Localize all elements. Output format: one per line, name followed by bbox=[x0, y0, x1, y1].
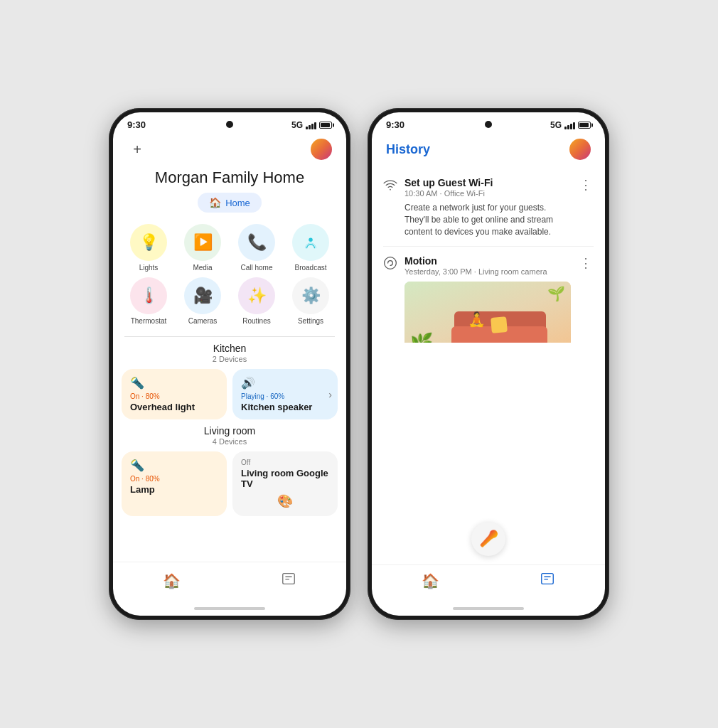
history-nav-svg-2 bbox=[540, 571, 555, 587]
wifi-content: Set up Guest Wi-Fi 10:30 AM · Office Wi-… bbox=[404, 177, 571, 237]
callhome-circle: 📞 bbox=[238, 224, 275, 261]
camera-thumbnail[interactable]: 🧘 🌿 🌱 00:10 bbox=[404, 282, 571, 342]
icon-broadcast[interactable]: Broadcast bbox=[286, 224, 335, 272]
routines-circle: ✨ bbox=[238, 277, 275, 314]
home-indicator-2 bbox=[372, 601, 605, 616]
motion-item-header: Motion Yesterday, 3:00 PM · Living room … bbox=[383, 255, 594, 342]
google-tv-card[interactable]: Off Living room Google TV 🎨 bbox=[232, 451, 338, 516]
camera-cutout-2 bbox=[485, 121, 492, 128]
living-room-title: Living room bbox=[113, 425, 346, 437]
battery-fill-2 bbox=[579, 123, 589, 127]
icon-grid: 💡 Lights ▶️ Media 📞 Call home bbox=[124, 224, 335, 325]
status-icons-2: 5G bbox=[550, 120, 591, 130]
nav-home-icon-1: 🏠 bbox=[163, 572, 181, 589]
avatar-2[interactable] bbox=[569, 139, 591, 160]
kitchen-speaker-card[interactable]: 🔊 Playing · 60% Kitchen speaker › bbox=[232, 369, 338, 419]
svg-point-0 bbox=[309, 238, 313, 242]
camera-cutout-1 bbox=[226, 121, 233, 128]
broadcast-svg bbox=[303, 235, 318, 250]
lamp-name: Lamp bbox=[130, 484, 218, 495]
icon-grid-section: 💡 Lights ▶️ Media 📞 Call home bbox=[113, 221, 346, 331]
wifi-svg bbox=[383, 178, 397, 192]
living-room-device-cards: 🔦 On · 80% Lamp Off Living room Google T… bbox=[113, 446, 346, 522]
person: 🧘 bbox=[468, 311, 486, 328]
screen-content-2: History bbox=[372, 133, 605, 616]
wifi-item-header: Set up Guest Wi-Fi 10:30 AM · Office Wi-… bbox=[383, 177, 594, 237]
overhead-light-card[interactable]: 🔦 On · 80% Overhead light bbox=[122, 369, 227, 419]
icon-media[interactable]: ▶️ Media bbox=[178, 224, 227, 272]
mic-icon: 🎤 bbox=[479, 530, 498, 548]
icon-routines[interactable]: ✨ Routines bbox=[232, 277, 281, 325]
thermostat-circle: 🌡️ bbox=[130, 277, 167, 314]
phone1-header: + bbox=[113, 133, 346, 166]
settings-label: Settings bbox=[298, 317, 323, 325]
bottom-nav-2: 🏠 bbox=[372, 564, 605, 601]
spacer-1 bbox=[113, 522, 346, 562]
mic-button[interactable]: 🎤 bbox=[471, 522, 505, 556]
nav-history-1[interactable] bbox=[269, 568, 308, 593]
wifi-description: Create a network just for your guests. T… bbox=[404, 202, 571, 237]
living-room-section: Living room 4 Devices 🔦 On · 80% Lamp Of… bbox=[113, 425, 346, 522]
nav-home-2[interactable]: 🏠 bbox=[410, 569, 451, 592]
nav-home-1[interactable]: 🏠 bbox=[151, 569, 192, 592]
wifi-icon bbox=[383, 178, 397, 196]
google-logo-icon: 🎨 bbox=[277, 493, 293, 509]
time-2: 9:30 bbox=[386, 119, 404, 130]
bar1 bbox=[306, 127, 308, 129]
home-chip-label: Home bbox=[225, 198, 250, 208]
cameras-circle: 🎥 bbox=[184, 277, 221, 314]
divider-1 bbox=[124, 336, 335, 337]
broadcast-label: Broadcast bbox=[294, 264, 326, 272]
battery-1 bbox=[319, 122, 332, 129]
icon-lights[interactable]: 💡 Lights bbox=[124, 224, 173, 272]
home-chip-icon: 🏠 bbox=[209, 197, 221, 208]
bar4 bbox=[314, 122, 316, 129]
svg-rect-1 bbox=[283, 574, 295, 584]
avatar-1[interactable] bbox=[311, 139, 332, 160]
battery-fill-1 bbox=[321, 123, 330, 127]
overhead-light-status: On · 80% bbox=[130, 392, 218, 400]
lights-label: Lights bbox=[139, 264, 159, 272]
motion-more-button[interactable]: ⋮ bbox=[578, 255, 594, 271]
plant-left: 🌿 bbox=[410, 332, 433, 342]
motion-icon bbox=[383, 256, 397, 274]
nav-history-icon-2 bbox=[540, 571, 555, 590]
wifi-more-button[interactable]: ⋮ bbox=[578, 177, 594, 193]
bar4-2 bbox=[573, 122, 575, 129]
thermostat-label: Thermostat bbox=[131, 317, 167, 325]
home-chip[interactable]: 🏠 Home bbox=[198, 193, 262, 213]
bar3 bbox=[311, 124, 314, 129]
settings-circle: ⚙️ bbox=[292, 277, 329, 314]
home-chip-container: 🏠 Home bbox=[113, 193, 346, 221]
icon-thermostat[interactable]: 🌡️ Thermostat bbox=[124, 277, 173, 325]
icon-cameras[interactable]: 🎥 Cameras bbox=[178, 277, 227, 325]
lamp-icon: 🔦 bbox=[130, 459, 218, 472]
mic-button-container: 🎤 bbox=[372, 516, 605, 562]
bar2 bbox=[309, 125, 311, 129]
callhome-label: Call home bbox=[240, 264, 272, 272]
kitchen-speaker-icon: 🔊 bbox=[241, 376, 329, 390]
phone-history: 9:30 5G His bbox=[368, 108, 609, 620]
nav-history-2[interactable] bbox=[528, 568, 567, 593]
bar3-2 bbox=[570, 124, 572, 129]
lamp-card[interactable]: 🔦 On · 80% Lamp bbox=[122, 451, 227, 516]
nav-home-icon-2: 🏠 bbox=[422, 572, 439, 589]
lights-circle: 💡 bbox=[130, 224, 167, 261]
home-bar-1 bbox=[194, 607, 265, 610]
add-button[interactable]: + bbox=[127, 139, 147, 159]
status-bar-2: 9:30 5G bbox=[372, 112, 605, 133]
kitchen-speaker-status: Playing · 60% bbox=[241, 392, 329, 400]
icon-callhome[interactable]: 📞 Call home bbox=[232, 224, 281, 272]
google-tv-name: Living room Google TV bbox=[241, 468, 329, 489]
motion-subtitle: Yesterday, 3:00 PM · Living room camera bbox=[404, 267, 571, 276]
motion-title: Motion bbox=[404, 255, 571, 267]
home-indicator-1 bbox=[113, 601, 346, 616]
broadcast-circle bbox=[292, 224, 329, 261]
wifi-subtitle: 10:30 AM · Office Wi-Fi bbox=[404, 189, 571, 198]
icon-settings[interactable]: ⚙️ Settings bbox=[286, 277, 335, 325]
home-bar-2 bbox=[453, 607, 524, 610]
overhead-light-name: Overhead light bbox=[130, 402, 218, 412]
routines-label: Routines bbox=[242, 317, 270, 325]
kitchen-section: Kitchen 2 Devices 🔦 On · 80% Overhead li… bbox=[113, 343, 346, 425]
svg-point-4 bbox=[390, 189, 391, 191]
